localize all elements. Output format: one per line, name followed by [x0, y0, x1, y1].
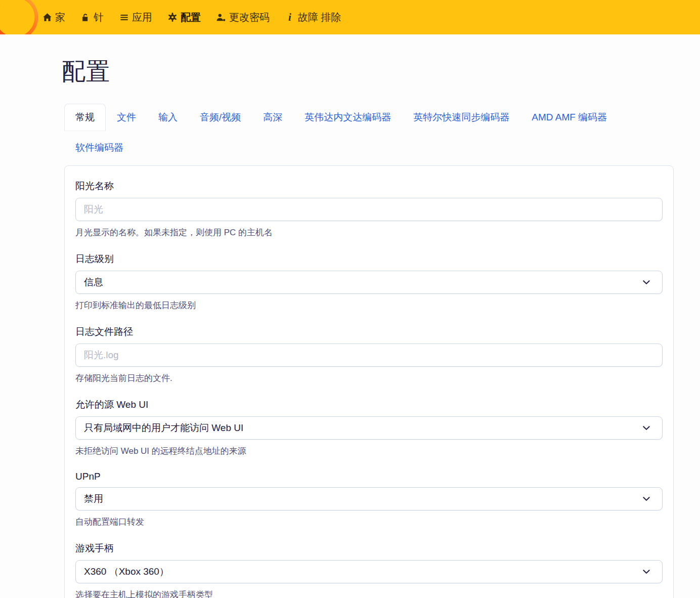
config-tabs: 常规文件输入音频/视频高深英伟达内文达编码器英特尔快速同步编码器AMD AMF … [64, 104, 674, 161]
page-title: 配置 [62, 56, 674, 88]
tab-1[interactable]: 文件 [106, 104, 147, 131]
form-field-web-ui-origin: 允许的源 Web UI 只有局域网中的用户才能访问 Web UI 未拒绝访问 W… [75, 398, 663, 457]
field-label: 允许的源 Web UI [75, 398, 663, 411]
unlock-icon [80, 12, 91, 22]
gamepad-selected-value: X360 （Xbox 360） [84, 565, 169, 578]
nav-item-list[interactable]: 应用 [119, 11, 152, 24]
upnp-select[interactable]: 禁用 [75, 487, 663, 510]
form-field-log-level: 日志级别 信息 打印到标准输出的最低日志级别 [75, 252, 663, 311]
field-label: 阳光名称 [75, 180, 663, 193]
tab-4[interactable]: 高深 [252, 104, 293, 131]
chevron-down-icon [642, 567, 651, 576]
chevron-down-icon [642, 494, 651, 503]
upnp-selected-value: 禁用 [84, 492, 103, 505]
gear-icon [167, 12, 178, 22]
nav-item-unlock[interactable]: 针 [80, 11, 104, 24]
nav-item-gear[interactable]: 配置 [167, 11, 201, 24]
sunshine-logo [0, 0, 46, 34]
tab-0[interactable]: 常规 [64, 104, 106, 131]
log-level-select[interactable]: 信息 [75, 271, 663, 294]
nav-item-label: 故障 排除 [298, 11, 341, 24]
tab-6[interactable]: 英特尔快速同步编码器 [402, 104, 520, 131]
tab-5[interactable]: 英伟达内文达编码器 [293, 104, 402, 131]
navbar-items: 家 针 应用 配置 更改密码 i 故障 排除 [42, 11, 341, 24]
field-helper: 未拒绝访问 Web UI 的远程终结点地址的来源 [75, 445, 663, 457]
list-icon [119, 12, 129, 22]
nav-item-label: 家 [55, 11, 65, 24]
tab-3[interactable]: 音频/视频 [189, 104, 252, 131]
chevron-down-icon [642, 423, 651, 433]
field-label: UPnP [75, 471, 663, 482]
form-field-sunshine-name: 阳光名称 月光显示的名称。如果未指定，则使用 PC 的主机名 [75, 180, 663, 238]
info-icon: i [285, 12, 295, 22]
nav-item-label: 应用 [132, 11, 152, 24]
nav-item-label: 更改密码 [229, 11, 270, 24]
tab-7[interactable]: AMD AMF 编码器 [520, 104, 618, 131]
tab-8[interactable]: 软件编码器 [64, 134, 135, 161]
form-field-upnp: UPnP 禁用 自动配置端口转发 [75, 471, 663, 528]
field-helper: 存储阳光当前日志的文件. [75, 372, 663, 384]
web-ui-origin-select[interactable]: 只有局域网中的用户才能访问 Web UI [75, 416, 663, 440]
sunshine-name-input[interactable] [75, 198, 663, 221]
field-label: 日志级别 [75, 252, 663, 266]
field-helper: 自动配置端口转发 [75, 516, 663, 528]
field-label: 日志文件路径 [75, 325, 663, 338]
field-helper: 选择要在主机上模拟的游戏手柄类型 [75, 589, 663, 598]
log-level-selected-value: 信息 [84, 276, 103, 289]
form-field-log-file-path: 日志文件路径 存储阳光当前日志的文件. [75, 325, 663, 384]
config-page: 配置 常规文件输入音频/视频高深英伟达内文达编码器英特尔快速同步编码器AMD A… [0, 56, 700, 598]
web-ui-origin-selected-value: 只有局域网中的用户才能访问 Web UI [84, 421, 243, 435]
field-helper: 打印到标准输出的最低日志级别 [75, 300, 663, 311]
tab-2[interactable]: 输入 [147, 104, 189, 131]
user-icon [216, 12, 226, 22]
form-field-gamepad: 游戏手柄 X360 （Xbox 360） 选择要在主机上模拟的游戏手柄类型 [75, 542, 663, 598]
log-file-path-input[interactable] [75, 344, 663, 367]
chevron-down-icon [642, 278, 651, 287]
nav-item-info[interactable]: i 故障 排除 [285, 11, 341, 24]
top-navbar: 家 针 应用 配置 更改密码 i 故障 排除 [0, 0, 700, 34]
field-label: 游戏手柄 [75, 542, 663, 555]
general-settings-panel: 阳光名称 月光显示的名称。如果未指定，则使用 PC 的主机名 日志级别 信息 打… [64, 165, 674, 598]
nav-item-label: 针 [94, 11, 104, 24]
gamepad-select[interactable]: X360 （Xbox 360） [75, 560, 663, 583]
nav-item-label: 配置 [181, 11, 201, 24]
field-helper: 月光显示的名称。如果未指定，则使用 PC 的主机名 [75, 227, 663, 238]
nav-item-user[interactable]: 更改密码 [216, 11, 270, 24]
